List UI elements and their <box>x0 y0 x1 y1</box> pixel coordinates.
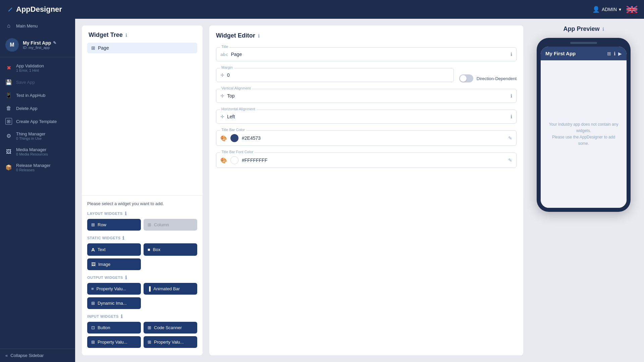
page-icon: ⊞ <box>91 45 95 51</box>
horizontal-align-icon: ✛ <box>220 114 224 119</box>
widget-tree-title: Widget Tree <box>89 32 123 39</box>
topbar-left: ⟋ AppDesigner <box>7 5 62 14</box>
static-widget-grid: A Text ■ Box 🖼 Image <box>87 243 197 270</box>
editor-info-icon[interactable]: ℹ <box>258 33 260 39</box>
horizontal-align-label: Horizontal Alignment <box>220 107 257 111</box>
widget-tree-panel: Widget Tree ℹ ⊞ Page Please select a wid… <box>82 25 203 355</box>
sidebar-item-label-thing: Thing Manager <box>16 131 70 136</box>
thing-icon: ⚙ <box>5 133 12 139</box>
language-flag[interactable] <box>627 6 637 13</box>
sidebar-item-main-menu[interactable]: ⌂ Main Menu <box>0 19 75 33</box>
sidebar-item-app-validation[interactable]: ✖ App Validation 1 Error, 1 Hint <box>0 60 75 76</box>
layout-category-label: LAYOUT WIDGETS ℹ <box>87 211 197 216</box>
vertical-align-info-icon[interactable]: ℹ <box>511 93 512 99</box>
phone-info-icon: ℹ <box>614 51 615 56</box>
vertical-align-field: Vertical Alignment ✛ Top Center Bottom ℹ <box>216 89 517 103</box>
collapse-label: Collapse Sidebar <box>10 353 44 358</box>
code-scanner-button[interactable]: ⊞ Code Scanner <box>144 322 197 334</box>
input-info-icon[interactable]: ℹ <box>121 314 123 319</box>
title-info-icon[interactable]: ℹ <box>511 52 512 57</box>
sidebar-item-label-test: Test in AppHub <box>16 93 70 98</box>
row-widget-button[interactable]: ⊞ Row <box>87 219 141 231</box>
margin-row: Margin ✛ Direction-Dependent <box>216 68 517 89</box>
column-icon: ⊞ <box>148 222 151 227</box>
delete-icon: 🗑 <box>5 105 12 111</box>
user-label: ADMIN <box>602 7 617 12</box>
widget-tree-info-icon[interactable]: ℹ <box>125 33 127 38</box>
edit-icon[interactable]: ✎ <box>53 41 56 45</box>
direction-toggle-group: Direction-Dependent <box>459 74 517 82</box>
tree-page-item[interactable]: ⊞ Page <box>87 43 197 53</box>
row-icon: ⊞ <box>91 222 95 227</box>
horizontal-align-info-icon[interactable]: ℹ <box>511 114 512 119</box>
test-icon: 📱 <box>5 92 12 99</box>
output-widget-grid: ≡ Property Valu... ▐ Animated Bar ⊞ Dyna… <box>87 283 197 309</box>
sidebar-item-sub-thing: 0 Things in Use <box>16 136 70 140</box>
phone-empty-message: Your industry app does not contain any w… <box>547 121 620 147</box>
home-icon: ⌂ <box>5 23 12 29</box>
user-menu[interactable]: 👤 ADMIN ▾ <box>592 6 621 13</box>
sidebar-item-label-release: Release Manager <box>16 163 70 168</box>
vertical-align-icon: ✛ <box>220 93 224 99</box>
horizontal-align-field: Horizontal Alignment ✛ Left Center Right… <box>216 110 517 124</box>
property-val-input2-button[interactable]: ⊞ Property Valu... <box>144 336 197 348</box>
preview-info-icon[interactable]: ℹ <box>602 26 604 32</box>
margin-input[interactable] <box>227 68 449 82</box>
sidebar-nav: ✖ App Validation 1 Error, 1 Hint 💾 Save … <box>0 57 75 349</box>
toggle-knob <box>460 75 467 82</box>
horizontal-align-select[interactable]: Left Center Right <box>227 110 508 123</box>
title-bar-font-color-field: Title Bar Font Color 🎨 #FFFFFFFF ✎ <box>216 153 517 168</box>
box-icon: ■ <box>148 247 150 252</box>
static-category-label: STATIC WIDGETS ℹ <box>87 235 197 241</box>
image-icon: 🖼 <box>91 262 96 267</box>
tree-page-label: Page <box>98 45 109 51</box>
animated-bar-button[interactable]: ▐ Animated Bar <box>144 283 197 295</box>
property-val-icon: ≡ <box>91 286 94 291</box>
output-widgets-category: OUTPUT WIDGETS ℹ ≡ Property Valu... ▐ An… <box>87 275 197 309</box>
text-widget-button[interactable]: A Text <box>87 243 141 256</box>
title-input[interactable] <box>231 48 508 61</box>
title-bar-color-edit-icon[interactable]: ✎ <box>508 135 512 141</box>
property-val-in2-icon: ⊞ <box>148 340 151 345</box>
layout-info-icon[interactable]: ℹ <box>125 211 127 216</box>
property-val-in1-icon: ⊞ <box>91 340 95 345</box>
title-bar-color-value: #2E4573 <box>242 135 508 141</box>
sidebar-item-label-main-menu: Main Menu <box>16 23 38 28</box>
vertical-align-select[interactable]: Top Center Bottom <box>227 89 508 103</box>
dynamic-image-button[interactable]: ⊞ Dynamic Ima... <box>87 297 141 309</box>
title-bar-color-field: Title Bar Color 🎨 #2E4573 ✎ <box>216 130 517 146</box>
sidebar-item-delete-app[interactable]: 🗑 Delete App <box>0 102 75 115</box>
sidebar: ⌂ Main Menu M My First App ✎ ID: my_firs… <box>0 19 75 362</box>
property-val-input1-button[interactable]: ⊞ Property Valu... <box>87 336 141 348</box>
collapse-icon: « <box>5 353 8 358</box>
sidebar-item-sub-release: 0 Releases <box>16 168 70 172</box>
sidebar-item-label-media: Media Manager <box>16 147 70 152</box>
sidebar-item-label-save: Save App <box>16 80 70 85</box>
title-bar-color-label: Title Bar Color <box>220 128 246 132</box>
app-preview-panel: App Preview ℹ My First App ⊞ ℹ ▶ <box>530 25 637 355</box>
sidebar-item-label-template: Create App Template <box>16 119 70 124</box>
editor-header: Widget Editor ℹ <box>216 32 517 39</box>
sidebar-item-save-app: 💾 Save App <box>0 76 75 89</box>
input-widgets-category: INPUT WIDGETS ℹ ⊡ Button ⊞ Code Scanner <box>87 314 197 348</box>
sidebar-user-section: M My First App ✎ ID: my_first_app <box>0 33 75 57</box>
phone-content: Your industry app does not contain any w… <box>541 60 627 208</box>
sidebar-item-release-manager[interactable]: 📦 Release Manager 0 Releases <box>0 160 75 175</box>
sidebar-item-create-template[interactable]: ⊞ Create App Template <box>0 115 75 128</box>
static-info-icon[interactable]: ℹ <box>122 235 124 241</box>
title-bar-font-color-swatch <box>230 156 238 164</box>
phone-grid-icon: ⊞ <box>607 51 611 56</box>
phone-play-icon[interactable]: ▶ <box>618 51 622 56</box>
title-bar-font-color-edit-icon[interactable]: ✎ <box>508 158 512 163</box>
sidebar-item-test-apphub[interactable]: 📱 Test in AppHub <box>0 89 75 102</box>
direction-toggle[interactable] <box>459 74 473 82</box>
image-widget-button[interactable]: 🖼 Image <box>87 258 141 270</box>
sidebar-item-media-manager[interactable]: 🖼 Media Manager 0 Media Resources <box>0 144 75 160</box>
property-value-output-button[interactable]: ≡ Property Valu... <box>87 283 141 295</box>
sidebar-item-thing-manager[interactable]: ⚙ Thing Manager 0 Things in Use <box>0 128 75 144</box>
box-widget-button[interactable]: ■ Box <box>144 243 197 256</box>
collapse-sidebar-button[interactable]: « Collapse Sidebar <box>5 353 70 358</box>
button-widget-button[interactable]: ⊡ Button <box>87 322 141 334</box>
sidebar-item-label-validation: App Validation <box>16 63 70 68</box>
output-info-icon[interactable]: ℹ <box>125 275 127 280</box>
